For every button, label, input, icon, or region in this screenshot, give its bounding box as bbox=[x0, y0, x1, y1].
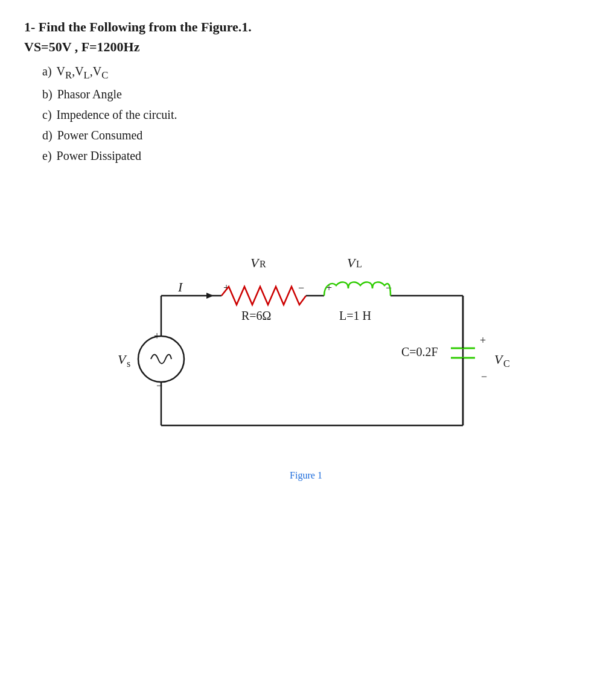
label-a: a) bbox=[42, 61, 52, 81]
vr-minus: − bbox=[298, 282, 304, 294]
problem-number: 1- bbox=[24, 19, 35, 34]
vc-label: V bbox=[494, 352, 504, 367]
circuit-area: I V R + − R=6Ω V L + − L=1 H bbox=[24, 202, 588, 462]
vs-sublabel: s bbox=[127, 358, 130, 369]
text-a: VR,VL,VC bbox=[57, 61, 109, 84]
resistor-symbol bbox=[222, 287, 306, 305]
list-item-b: b) Phasor Angle bbox=[42, 84, 588, 104]
circuit-diagram: I V R + − R=6Ω V L + − L=1 H bbox=[89, 202, 523, 462]
label-e: e) bbox=[42, 145, 52, 166]
current-label: I bbox=[177, 279, 183, 294]
vc-plus: + bbox=[480, 334, 486, 346]
label-b: b) bbox=[42, 84, 53, 104]
voltage-source-circle bbox=[138, 336, 184, 382]
vc-minus: − bbox=[481, 371, 487, 383]
vl-sublabel: L bbox=[356, 259, 362, 269]
list-item-c: c) Impedence of the circuit. bbox=[42, 104, 588, 125]
vs-label: V bbox=[118, 352, 127, 367]
vs-minus: − bbox=[156, 380, 162, 392]
label-c: c) bbox=[42, 104, 52, 125]
problem-section: 1- Find the Following from the Figure.1.… bbox=[24, 18, 588, 166]
problem-list: a) VR,VL,VC b) Phasor Angle c) Impedence… bbox=[42, 61, 588, 166]
list-item-d: d) Power Consumed bbox=[42, 125, 588, 145]
r-value: R=6Ω bbox=[241, 309, 271, 322]
text-b: Phasor Angle bbox=[57, 84, 122, 104]
vr-sublabel: R bbox=[260, 259, 266, 269]
inductor-symbol bbox=[324, 282, 390, 296]
problem-subheader: VS=50V , F=1200Hz bbox=[24, 39, 588, 55]
text-c: Impedence of the circuit. bbox=[57, 104, 177, 125]
vc-sublabel: C bbox=[503, 358, 510, 369]
label-d: d) bbox=[42, 125, 53, 145]
text-e: Power Dissipated bbox=[57, 145, 142, 166]
problem-header: 1- Find the Following from the Figure.1. bbox=[24, 18, 588, 37]
figure-caption: Figure 1 bbox=[89, 470, 523, 481]
vl-label: V bbox=[347, 255, 357, 270]
vr-label: V bbox=[250, 255, 260, 270]
circuit-svg-container: I V R + − R=6Ω V L + − L=1 H bbox=[89, 202, 523, 462]
vs-plus: + bbox=[154, 330, 160, 342]
l-value: L=1 H bbox=[339, 309, 371, 322]
header-line1: Find the Following from the Figure.1. bbox=[39, 19, 252, 34]
list-item-e: e) Power Dissipated bbox=[42, 145, 588, 166]
text-d: Power Consumed bbox=[57, 125, 143, 145]
svg-marker-6 bbox=[206, 293, 214, 299]
c-value: C=0.2F bbox=[401, 345, 438, 358]
list-item-a: a) VR,VL,VC bbox=[42, 61, 588, 84]
